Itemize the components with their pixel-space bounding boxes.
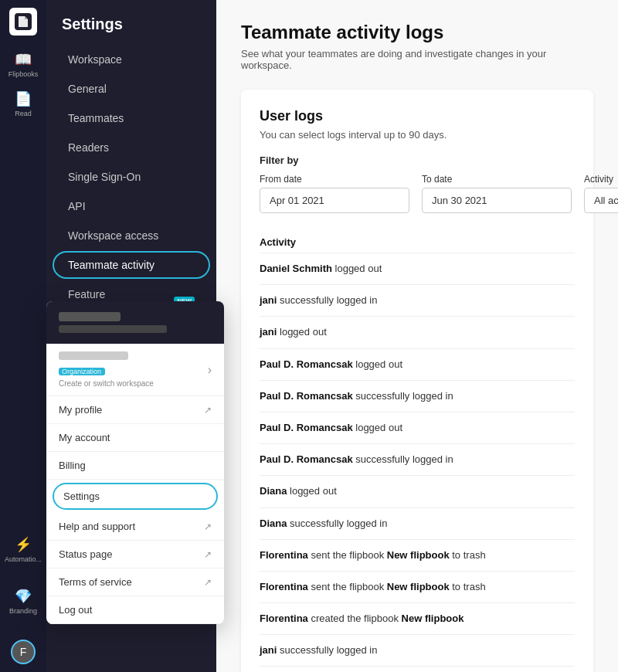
from-date-group: From date — [260, 174, 409, 213]
external-link-icon-3: ↗ — [204, 549, 212, 560]
to-date-input[interactable] — [422, 188, 572, 213]
log-row: Diana successfully logged in — [260, 508, 575, 540]
log-row: Paul D. Romancsak logged out — [260, 412, 575, 444]
log-row: Paul D. Romancsak successfully logged in — [260, 444, 575, 476]
activity-filter-label: Activity — [584, 174, 618, 185]
from-date-input[interactable] — [260, 188, 409, 213]
chevron-right-icon: › — [208, 363, 212, 377]
filter-by-label: Filter by — [260, 154, 575, 166]
log-row: jani successfully logged in — [260, 285, 575, 317]
automations-icon: ⚡ — [15, 536, 32, 553]
log-row: Florentina sent the flipbook New flipboo… — [260, 572, 575, 603]
popup-user-email — [59, 325, 167, 333]
page-subtitle: See what your teammates are doing and in… — [241, 48, 593, 71]
popup-billing[interactable]: Billing — [46, 452, 224, 480]
sidebar-item-teammate-activity[interactable]: Teammate activity — [53, 251, 210, 279]
sidebar-item-workspace-access[interactable]: Workspace access — [53, 222, 210, 249]
user-avatar[interactable]: F — [11, 640, 36, 664]
external-link-icon-2: ↗ — [204, 521, 212, 532]
main-content: Teammate activity logs See what your tea… — [216, 0, 618, 672]
activity-group: Activity All activities Logged in Logged… — [584, 174, 618, 213]
popup-my-account[interactable]: My account — [46, 424, 224, 452]
branding-icon: 💎 — [15, 588, 32, 605]
workspace-switcher[interactable]: Organization Create or switch workspace … — [46, 344, 224, 396]
sidebar-item-branding[interactable]: 💎 Branding — [9, 588, 37, 615]
log-row: Daniel Schmith logged out — [260, 253, 575, 285]
log-rows-container: Daniel Schmith logged outjani successful… — [260, 253, 575, 672]
log-row: Paul D. Romancsak successfully logged in — [260, 381, 575, 412]
popup-terms[interactable]: Terms of service ↗ — [46, 568, 224, 596]
to-date-label: To date — [422, 174, 572, 185]
to-date-group: To date — [422, 174, 572, 213]
activity-column-header: Activity — [260, 229, 575, 253]
external-link-icon-4: ↗ — [204, 577, 212, 588]
popup-settings[interactable]: Settings — [53, 483, 218, 510]
log-row: Paul D. Romancsak logged out — [260, 349, 575, 381]
card-title: User logs — [260, 108, 575, 124]
sidebar-item-general[interactable]: General — [53, 75, 210, 103]
from-date-label: From date — [260, 174, 409, 185]
external-link-icon: ↗ — [204, 405, 212, 416]
icon-bar-bottom: ⚡ Automatio... 💎 Branding F — [5, 536, 42, 664]
page-title: Teammate activity logs — [241, 22, 593, 43]
sidebar-item-automations[interactable]: ⚡ Automatio... — [5, 536, 42, 563]
sidebar-item-workspace[interactable]: Workspace — [53, 46, 210, 73]
user-popup-header — [46, 301, 224, 344]
filter-row: From date To date Activity All activitie… — [260, 174, 575, 213]
sidebar-item-flipbooks[interactable]: 📖 Flipbooks — [8, 51, 39, 78]
log-row: Florentina created the flipbook New flip… — [260, 603, 575, 635]
sidebar-item-read[interactable]: 📄 Read — [15, 90, 32, 117]
sidebar-item-api[interactable]: API — [53, 192, 210, 220]
log-row: Florentina sent the flipbook New flipboo… — [260, 540, 575, 572]
app-logo[interactable] — [9, 8, 37, 36]
read-icon: 📄 — [15, 90, 32, 107]
user-popup: Organization Create or switch workspace … — [46, 301, 224, 624]
icon-bar: 📖 Flipbooks 📄 Read ⚡ Automatio... 💎 Bran… — [0, 0, 46, 672]
card-description: You can select logs interval up to 90 da… — [260, 129, 575, 141]
log-row: jani successfully logged in — [260, 635, 575, 667]
sidebar-item-sso[interactable]: Single Sign-On — [53, 163, 210, 191]
workspace-type: Organization — [59, 368, 105, 375]
popup-logout[interactable]: Log out — [46, 596, 224, 624]
popup-help-support[interactable]: Help and support ↗ — [46, 513, 224, 541]
user-logs-card: User logs You can select logs interval u… — [241, 90, 593, 672]
popup-user-name — [59, 312, 121, 321]
workspace-name — [59, 351, 128, 360]
log-row: Diana logged out — [260, 476, 575, 507]
workspace-switch-label: Create or switch workspace — [59, 379, 154, 388]
popup-status-page[interactable]: Status page ↗ — [46, 541, 224, 568]
log-row: Florentina changed the visibility to the… — [260, 667, 575, 672]
workspace-info: Organization Create or switch workspace — [59, 351, 154, 388]
sidebar-item-teammates[interactable]: Teammates — [53, 104, 210, 132]
popup-my-profile[interactable]: My profile ↗ — [46, 396, 224, 424]
sidebar-title: Settings — [46, 0, 216, 46]
activity-select[interactable]: All activities Logged in Logged out Crea… — [584, 188, 618, 213]
log-row: jani logged out — [260, 317, 575, 348]
sidebar-item-readers[interactable]: Readers — [53, 134, 210, 161]
flipbooks-icon: 📖 — [15, 51, 32, 68]
